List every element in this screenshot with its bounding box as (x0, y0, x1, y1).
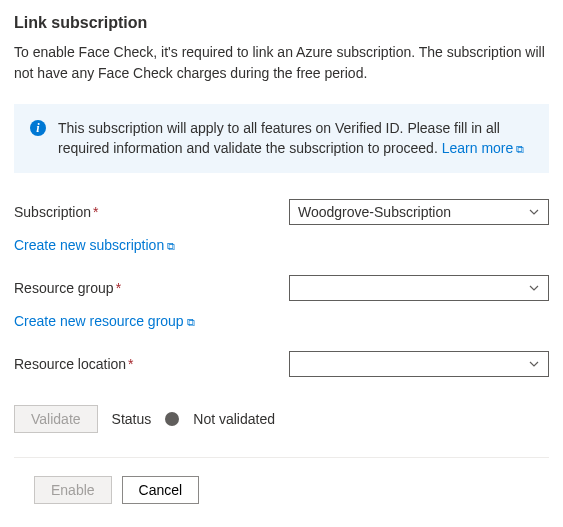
cancel-button[interactable]: Cancel (122, 476, 200, 504)
learn-more-link[interactable]: Learn more⧉ (442, 140, 525, 156)
resource-group-label: Resource group* (14, 280, 289, 296)
subscription-label: Subscription* (14, 204, 289, 220)
required-marker: * (116, 280, 121, 296)
subscription-row: Subscription* Woodgrove-Subscription (14, 199, 549, 225)
resource-group-row: Resource group* (14, 275, 549, 301)
status-label: Status (112, 411, 152, 427)
validate-button[interactable]: Validate (14, 405, 98, 433)
status-indicator-icon (165, 412, 179, 426)
resource-group-select[interactable] (289, 275, 549, 301)
action-row: Enable Cancel (14, 476, 549, 504)
resource-location-select[interactable] (289, 351, 549, 377)
info-message: This subscription will apply to all feat… (58, 118, 533, 159)
external-link-icon: ⧉ (187, 316, 195, 329)
create-subscription-link[interactable]: Create new subscription⧉ (14, 237, 175, 253)
chevron-down-icon (528, 206, 540, 218)
resource-location-label: Resource location* (14, 356, 289, 372)
create-resource-group-link[interactable]: Create new resource group⧉ (14, 313, 195, 329)
external-link-icon: ⧉ (167, 240, 175, 253)
divider (14, 457, 549, 458)
subscription-value: Woodgrove-Subscription (298, 204, 451, 220)
resource-location-row: Resource location* (14, 351, 549, 377)
intro-text: To enable Face Check, it's required to l… (14, 42, 549, 84)
required-marker: * (128, 356, 133, 372)
enable-button[interactable]: Enable (34, 476, 112, 504)
info-box: i This subscription will apply to all fe… (14, 104, 549, 173)
page-title: Link subscription (14, 14, 549, 32)
subscription-select[interactable]: Woodgrove-Subscription (289, 199, 549, 225)
external-link-icon: ⧉ (516, 142, 524, 158)
info-icon: i (30, 120, 46, 136)
required-marker: * (93, 204, 98, 220)
status-value: Not validated (193, 411, 275, 427)
chevron-down-icon (528, 358, 540, 370)
chevron-down-icon (528, 282, 540, 294)
validate-row: Validate Status Not validated (14, 405, 549, 433)
info-text: This subscription will apply to all feat… (58, 120, 500, 156)
